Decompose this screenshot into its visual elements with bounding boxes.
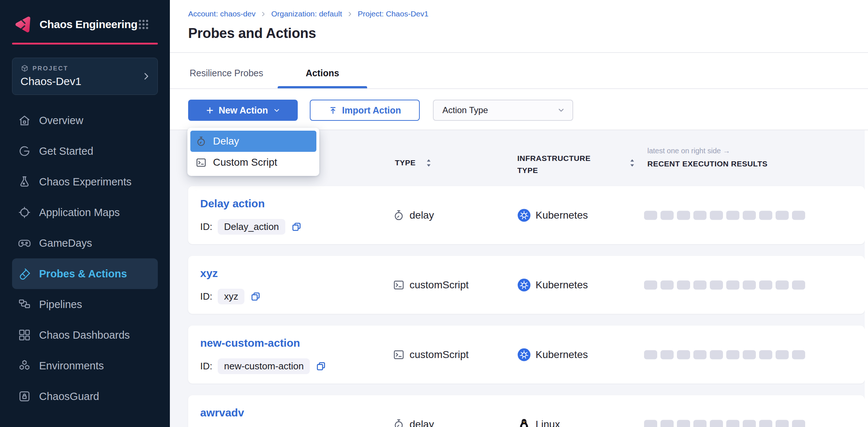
action-id-row: ID:xyz (200, 289, 261, 304)
action-name-link[interactable]: new-custom-action (200, 337, 300, 349)
execution-result-placeholder (743, 420, 756, 427)
terminal-icon (393, 279, 405, 291)
infrastructure-label: Linux (536, 419, 560, 427)
new-action-button[interactable]: New Action (188, 100, 298, 121)
execution-result-placeholder (693, 350, 707, 359)
terminal-icon (195, 157, 207, 168)
action-id-row: ID:Delay_action (200, 219, 302, 235)
page-title: Probes and Actions (188, 26, 316, 41)
stopwatch-icon (393, 209, 405, 221)
execution-result-placeholder (660, 350, 674, 359)
sidebar-item-label: Probes & Actions (39, 268, 127, 280)
sidebar-item-chaos-dashboards[interactable]: Chaos Dashboards (12, 320, 158, 350)
shield-lock-icon (18, 390, 31, 403)
action-id-row: ID:new-custom-action (200, 358, 327, 374)
sidebar-item-environments[interactable]: Environments (12, 350, 158, 381)
execution-result-placeholder (726, 350, 739, 359)
module-grid-icon[interactable] (137, 18, 150, 31)
test-tube-icon (18, 267, 31, 280)
breadcrumb-link[interactable]: Project: Chaos-Dev1 (358, 9, 429, 18)
plus-icon (205, 106, 214, 115)
execution-result-placeholder (710, 280, 723, 289)
sidebar-item-chaos-experiments[interactable]: Chaos Experiments (12, 166, 158, 197)
sidebar-item-get-started[interactable]: Get Started (12, 136, 158, 166)
execution-result-placeholder (759, 350, 772, 359)
execution-result-placeholder (776, 420, 789, 427)
scrollbar-track[interactable] (865, 130, 868, 427)
action-id-chip: xyz (218, 289, 244, 304)
recent-execution-results (644, 420, 805, 427)
sidebar-item-probes-actions[interactable]: Probes & Actions (12, 258, 158, 289)
sidebar-item-application-maps[interactable]: Application Maps (12, 197, 158, 228)
action-type-select[interactable]: Action Type (433, 100, 573, 121)
recent-results-hint: latest one on right side → (647, 147, 730, 155)
action-name-link[interactable]: Delay action (200, 197, 265, 210)
tab-actions[interactable]: Actions (278, 68, 367, 78)
upload-icon (328, 106, 338, 115)
copy-icon[interactable] (315, 361, 327, 372)
import-action-button[interactable]: Import Action (310, 100, 420, 121)
column-header-recent-results: RECENT EXECUTION RESULTS (647, 159, 768, 168)
execution-result-placeholder (644, 350, 657, 359)
execution-result-placeholder (776, 211, 789, 220)
id-label: ID: (200, 291, 212, 302)
sidebar-item-label: Overview (39, 115, 83, 127)
execution-result-placeholder (743, 350, 756, 359)
action-name-link[interactable]: awrvadv (200, 407, 244, 419)
execution-result-placeholder (726, 420, 739, 427)
pipelines-icon (18, 298, 31, 311)
type-label: customScript (410, 349, 469, 361)
copy-icon[interactable] (291, 221, 302, 232)
execution-result-placeholder (644, 211, 657, 220)
action-type-label: Action Type (442, 105, 488, 115)
sidebar-item-label: Pipelines (39, 299, 82, 311)
execution-result-placeholder (776, 350, 789, 359)
sidebar-accent-divider (12, 43, 158, 45)
type-cell: delay (393, 209, 434, 221)
sidebar-item-gamedays[interactable]: GameDays (12, 228, 158, 258)
rows-container: Delay actionID:Delay_actiondelayKubernet… (188, 186, 865, 427)
main-content: Account: chaos-devOrganization: defaultP… (170, 0, 868, 427)
sort-icon[interactable] (425, 158, 432, 168)
infrastructure-cell: Kubernetes (517, 278, 588, 292)
sidebar-nav: OverviewGet StartedChaos ExperimentsAppl… (0, 105, 170, 412)
sidebar-item-label: Application Maps (39, 207, 120, 219)
column-header-type: TYPE (395, 158, 416, 167)
environments-icon (18, 359, 31, 372)
menu-item-delay[interactable]: Delay (190, 131, 316, 152)
sidebar-item-label: ChaosGuard (39, 391, 99, 403)
chevron-right-icon (141, 72, 151, 81)
recent-execution-results (644, 350, 805, 359)
execution-result-placeholder (759, 280, 772, 289)
execution-result-placeholder (693, 211, 707, 220)
tab-resilience-probes[interactable]: Resilience Probes (190, 68, 263, 78)
table-row: Delay actionID:Delay_actiondelayKubernet… (188, 186, 865, 244)
execution-result-placeholder (710, 211, 723, 220)
sort-icon[interactable] (629, 158, 636, 168)
sidebar-item-chaosguard[interactable]: ChaosGuard (12, 381, 158, 412)
execution-result-placeholder (792, 350, 805, 359)
menu-item-custom-script[interactable]: Custom Script (190, 152, 316, 173)
execution-result-placeholder (792, 420, 805, 427)
type-cell: customScript (393, 349, 469, 361)
execution-result-placeholder (743, 211, 756, 220)
execution-result-placeholder (726, 211, 739, 220)
sidebar-item-overview[interactable]: Overview (12, 105, 158, 136)
sidebar-item-label: Environments (39, 360, 104, 372)
breadcrumb-link[interactable]: Account: chaos-dev (188, 9, 255, 18)
sidebar-item-pipelines[interactable]: Pipelines (12, 289, 158, 320)
recent-execution-results (644, 280, 805, 289)
stopwatch-icon (393, 418, 405, 427)
kubernetes-icon (517, 208, 531, 222)
copy-icon[interactable] (250, 291, 261, 302)
home-icon (18, 114, 31, 127)
execution-result-placeholder (660, 280, 674, 289)
execution-result-placeholder (743, 280, 756, 289)
app-title: Chaos Engineering (39, 18, 137, 31)
action-name-link[interactable]: xyz (200, 267, 218, 280)
breadcrumb-separator-icon (260, 11, 266, 17)
project-selector[interactable]: PROJECT Chaos-Dev1 (12, 58, 158, 95)
flask-icon (18, 175, 31, 188)
breadcrumb-link[interactable]: Organization: default (271, 9, 342, 18)
execution-result-placeholder (677, 350, 690, 359)
